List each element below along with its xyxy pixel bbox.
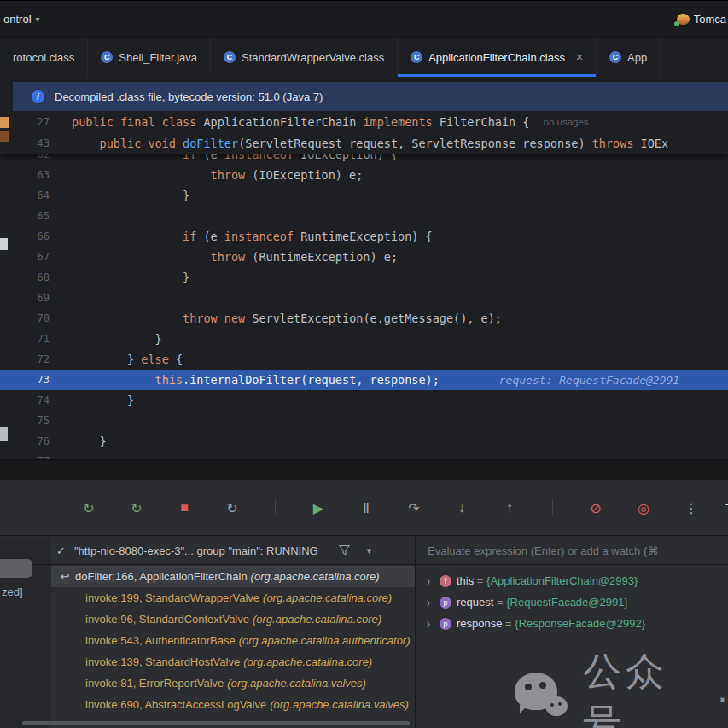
close-tab-icon[interactable]: × — [576, 50, 583, 64]
editor-tab-4[interactable]: CApp — [597, 38, 661, 77]
code-text: public final class ApplicationFilterChai… — [72, 115, 530, 129]
code-line-77: 77 — [0, 451, 728, 459]
line-number: 75 — [0, 415, 72, 427]
variable-value: {ApplicationFilterChain@2993} — [486, 574, 638, 587]
step-into-icon[interactable]: ↓ — [450, 500, 474, 515]
code-text: public void doFilter(ServletRequest requ… — [72, 137, 668, 150]
code-line-64: 64 } — [0, 185, 728, 206]
code-text: throw (RuntimeException) e; — [72, 250, 398, 264]
tomcat-run-widget[interactable]: Tomca — [677, 13, 726, 26]
rerun-application-icon[interactable]: ↻ — [125, 500, 149, 516]
code-line-65: 65 — [0, 206, 728, 226]
code-line-71: 71 } — [0, 329, 728, 349]
code-line-66: 66 if (e instanceof RuntimeException) { — [0, 226, 728, 247]
variable-row-this[interactable]: ›fthis = {ApplicationFilterChain@2993} — [416, 570, 728, 591]
stack-frame-6[interactable]: invoke:690, AbstractAccessLogValve (org.… — [51, 694, 415, 715]
equals-sign: = — [502, 617, 515, 630]
frame-package: (org.apache.catalina.valves) — [227, 677, 366, 690]
line-number: 72 — [0, 353, 72, 365]
stack-frame-1[interactable]: invoke:199, StandardWrapperValve (org.ap… — [51, 587, 415, 609]
cropped-text-fragment: zed] — [2, 585, 23, 598]
chevron-down-icon[interactable]: ▾ — [367, 545, 372, 556]
stack-frame-2[interactable]: invoke:96, StandardContextValve (org.apa… — [51, 609, 415, 630]
cropped-button-fragment — [0, 559, 32, 578]
code-line-70: 70 throw new ServletException(e.getMessa… — [0, 308, 728, 329]
refresh-icon[interactable]: ↻ — [220, 500, 244, 516]
toolbar-separator — [275, 500, 276, 515]
frame-text: invoke:690, AbstractAccessLogValve — [85, 698, 266, 711]
class-icon: C — [101, 51, 113, 63]
line-number: 71 — [0, 333, 72, 345]
thread-status-text: "http-nio-8080-exec-3"... group "main": … — [74, 545, 318, 557]
code-text: if (e instanceof RuntimeException) { — [72, 230, 433, 243]
step-out-icon[interactable]: ↑ — [498, 500, 521, 515]
expand-chevron-icon[interactable]: › — [422, 595, 434, 610]
editor-tab-2[interactable]: CStandardWrapperValve.class — [211, 38, 398, 77]
code-text: } — [72, 189, 189, 202]
code-text: this.internalDoFilter(request, response)… — [72, 373, 440, 387]
tab-label: rotocol.class — [13, 51, 74, 64]
tab-label: App — [627, 51, 647, 64]
editor-tab-3[interactable]: CApplicationFilterChain.class× — [398, 38, 597, 77]
code-text: } — [72, 434, 107, 448]
run-configuration-widget[interactable]: ontrol ▾ — [3, 13, 40, 26]
frame-text: doFilter:166, ApplicationFilterChain — [75, 570, 248, 583]
stack-frame-3[interactable]: invoke:543, AuthenticatorBase (org.apach… — [51, 630, 415, 651]
code-line-27: 27public final class ApplicationFilterCh… — [0, 111, 728, 132]
evaluate-placeholder: Evaluate expression (Enter) or add a wat… — [428, 545, 658, 557]
frame-text: invoke:199, StandardWrapperValve — [85, 591, 259, 604]
debug-body: ✓ "http-nio-8080-exec-3"... group "main"… — [0, 537, 728, 728]
rerun-icon[interactable]: ↻ — [77, 500, 101, 516]
stack-frame-5[interactable]: invoke:81, ErrorReportValve (org.apache.… — [51, 673, 415, 694]
expand-chevron-icon[interactable]: › — [422, 616, 434, 632]
debugger-inline-hint: request: RequestFacade@2991 — [499, 374, 679, 387]
toolbar-separator — [552, 500, 553, 515]
variable-value: {ResponseFacade@2992} — [515, 617, 645, 630]
frame-text: invoke:139, StandardHostValve — [85, 655, 240, 668]
variable-row-response[interactable]: ›presponse = {ResponseFacade@2992} — [416, 613, 728, 634]
view-breakpoints-icon[interactable]: ◎ — [632, 500, 655, 516]
code-line-69: 69 — [0, 288, 728, 308]
evaluate-expression-input[interactable]: Evaluate expression (Enter) or add a wat… — [416, 537, 728, 565]
variable-name: response — [457, 617, 502, 630]
pause-icon[interactable]: Ⅱ — [354, 500, 378, 516]
debug-panel: ↻↻■↻▶Ⅱ↷↓↑⊘◎⋮ Threads & VariablesServerTo… — [0, 480, 728, 728]
code-text: } — [72, 271, 189, 284]
step-over-icon[interactable]: ↷ — [402, 500, 426, 516]
tab-label: ApplicationFilterChain.class — [428, 51, 565, 64]
decompiled-banner: i Decompiled .class file, bytecode versi… — [13, 82, 728, 111]
line-number: 27 — [0, 116, 72, 128]
line-number: 68 — [0, 271, 72, 283]
title-bar: ontrol ▾ Tomca — [0, 0, 728, 38]
code-editor[interactable]: 27public final class ApplicationFilterCh… — [0, 111, 728, 459]
frames-list: ↩doFilter:166, ApplicationFilterChain (o… — [51, 566, 415, 728]
tab-label: StandardWrapperValve.class — [242, 51, 384, 64]
left-edge-fragment — [0, 238, 8, 250]
code-line-43: 43 public void doFilter(ServletRequest r… — [0, 132, 728, 154]
editor-tab-0[interactable]: rotocol.class — [0, 38, 88, 77]
expand-chevron-icon[interactable]: › — [422, 574, 434, 589]
horizontal-scrollbar[interactable] — [22, 721, 410, 725]
code-text: throw new ServletException(e.getMessage(… — [72, 312, 502, 325]
resume-icon[interactable]: ▶ — [306, 500, 330, 516]
thread-selector[interactable]: ✓ "http-nio-8080-exec-3"... group "main"… — [0, 537, 415, 565]
line-number: 65 — [0, 210, 72, 222]
stop-icon[interactable]: ■ — [172, 500, 196, 515]
frame-package: (org.apache.catalina.valves) — [270, 698, 409, 711]
stack-frame-4[interactable]: invoke:139, StandardHostValve (org.apach… — [51, 651, 415, 673]
mute-breakpoints-icon[interactable]: ⊘ — [584, 500, 608, 516]
variable-name: request — [457, 596, 493, 609]
code-text: } — [72, 332, 162, 346]
class-icon: C — [224, 51, 236, 63]
filter-icon[interactable] — [339, 545, 350, 556]
editor-tab-1[interactable]: CShell_Filter.java — [88, 38, 211, 77]
editor-debug-splitter[interactable] — [0, 459, 728, 480]
variable-row-request[interactable]: ›prequest = {RequestFacade@2991} — [416, 591, 728, 613]
frame-package: (org.apache.catalina.authenticator) — [239, 634, 411, 647]
code-text: throw (IOException) e; — [72, 168, 363, 182]
stack-frame-0[interactable]: ↩doFilter:166, ApplicationFilterChain (o… — [51, 566, 415, 587]
left-edge-fragment — [0, 117, 9, 128]
info-icon: i — [32, 90, 44, 103]
more-icon[interactable]: ⋮ — [679, 500, 703, 516]
code-line-73: 73 this.internalDoFilter(request, respon… — [0, 370, 728, 390]
